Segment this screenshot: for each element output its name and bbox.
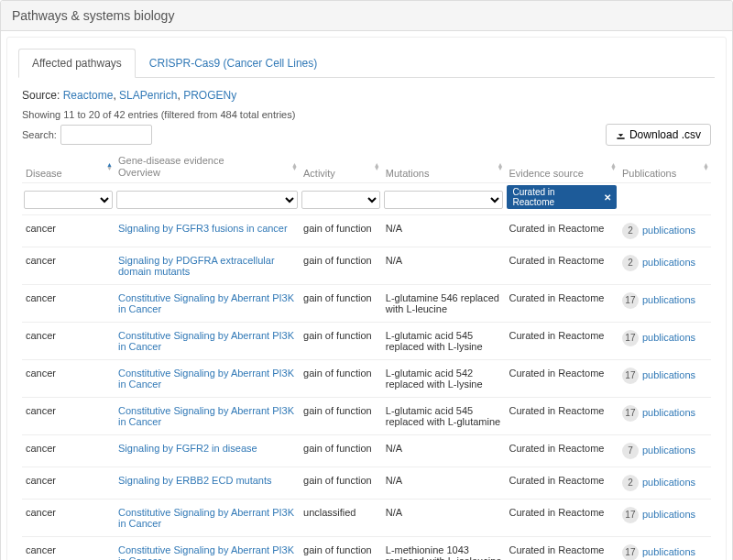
source-link-slapenrich[interactable]: SLAPenrich bbox=[119, 89, 177, 102]
overview-link[interactable]: Constitutive Signaling by Aberrant PI3K … bbox=[118, 507, 294, 529]
cell-mutations: N/A bbox=[382, 467, 506, 500]
publication-count-badge: 17 bbox=[622, 405, 639, 422]
publication-count-badge: 17 bbox=[622, 507, 639, 523]
publications-link[interactable]: publications bbox=[642, 407, 695, 418]
cell-publications: 2publications bbox=[618, 247, 711, 285]
cell-disease: cancer bbox=[22, 323, 115, 360]
cell-publications: 17publications bbox=[618, 285, 711, 323]
tab-affected-pathways[interactable]: Affected pathways bbox=[18, 49, 136, 78]
publication-count-badge: 2 bbox=[622, 223, 639, 239]
cell-mutations: N/A bbox=[382, 500, 506, 537]
cell-disease: cancer bbox=[22, 500, 115, 537]
panel-title: Pathways & systems biology bbox=[1, 1, 732, 31]
cell-disease: cancer bbox=[22, 398, 115, 435]
col-activity[interactable]: Activity ▲▼ bbox=[300, 151, 382, 183]
cell-publications: 17publications bbox=[618, 398, 711, 435]
filter-overview[interactable] bbox=[116, 191, 298, 209]
search-input[interactable] bbox=[60, 125, 152, 145]
cell-activity: gain of function bbox=[300, 247, 382, 285]
sort-icon: ▲▼ bbox=[106, 163, 113, 170]
publications-link[interactable]: publications bbox=[642, 257, 695, 268]
cell-disease: cancer bbox=[22, 435, 115, 467]
overview-link[interactable]: Signaling by PDGFRA extracellular domain… bbox=[118, 255, 275, 277]
cell-overview: Constitutive Signaling by Aberrant PI3K … bbox=[115, 537, 300, 560]
col-mutations[interactable]: Mutations ▲▼ bbox=[382, 151, 506, 183]
publications-link[interactable]: publications bbox=[642, 546, 695, 557]
source-link-reactome[interactable]: Reactome bbox=[63, 89, 114, 102]
table-row: cancerConstitutive Signaling by Aberrant… bbox=[22, 398, 711, 435]
overview-link[interactable]: Constitutive Signaling by Aberrant PI3K … bbox=[118, 330, 294, 352]
col-evidence-source[interactable]: Evidence source ▲▼ bbox=[505, 151, 618, 183]
cell-mutations: L-glutamic acid 545 replaced with L-lysi… bbox=[382, 323, 506, 360]
tab-crispr-cas9[interactable]: CRISPR-Cas9 (Cancer Cell Lines) bbox=[136, 49, 331, 78]
cell-disease: cancer bbox=[22, 360, 115, 398]
overview-link[interactable]: Constitutive Signaling by Aberrant PI3K … bbox=[118, 368, 294, 390]
col-disease[interactable]: Disease ▲▼ bbox=[22, 151, 115, 183]
publication-count-badge: 17 bbox=[622, 330, 639, 346]
cell-evidence: Curated in Reactome bbox=[505, 323, 618, 360]
cell-overview: Constitutive Signaling by Aberrant PI3K … bbox=[115, 398, 300, 435]
cell-activity: gain of function bbox=[300, 467, 382, 500]
table-row: cancerSignaling by FGFR2 in diseasegain … bbox=[22, 435, 711, 467]
cell-mutations: L-glutamic acid 545 replaced with L-glut… bbox=[382, 398, 506, 435]
filter-disease[interactable] bbox=[24, 191, 113, 209]
sort-icon: ▲▼ bbox=[374, 163, 380, 170]
overview-link[interactable]: Signaling by ERBB2 ECD mutants bbox=[118, 475, 272, 486]
cell-mutations: N/A bbox=[382, 247, 506, 285]
download-csv-button[interactable]: Download .csv bbox=[606, 124, 711, 146]
table-row: cancerConstitutive Signaling by Aberrant… bbox=[22, 500, 711, 537]
table-row: cancerSignaling by FGFR3 fusions in canc… bbox=[22, 215, 711, 247]
publication-count-badge: 17 bbox=[622, 368, 639, 384]
cell-disease: cancer bbox=[22, 537, 115, 560]
sort-icon: ▲▼ bbox=[498, 163, 504, 170]
overview-link[interactable]: Signaling by FGFR2 in disease bbox=[118, 443, 257, 454]
col-publications[interactable]: Publications ▲▼ bbox=[618, 151, 711, 183]
cell-activity: gain of function bbox=[300, 215, 382, 247]
cell-overview: Constitutive Signaling by Aberrant PI3K … bbox=[115, 323, 300, 360]
publication-count-badge: 2 bbox=[622, 475, 639, 491]
source-link-progeny[interactable]: PROGENy bbox=[183, 89, 236, 102]
sort-icon: ▲▼ bbox=[703, 163, 709, 170]
filter-evidence-label: Curated in Reactome bbox=[512, 187, 597, 207]
publications-link[interactable]: publications bbox=[642, 294, 695, 305]
search-row: Search: Download .csv bbox=[22, 124, 711, 146]
publications-link[interactable]: publications bbox=[642, 225, 695, 236]
cell-publications: 2publications bbox=[618, 215, 711, 247]
filter-mutations[interactable] bbox=[384, 191, 504, 209]
cell-disease: cancer bbox=[22, 467, 115, 500]
filter-activity[interactable] bbox=[301, 191, 380, 209]
download-icon bbox=[616, 130, 626, 140]
publications-link[interactable]: publications bbox=[642, 369, 695, 380]
cell-overview: Signaling by PDGFRA extracellular domain… bbox=[115, 247, 300, 285]
publication-count-badge: 2 bbox=[622, 255, 639, 271]
cell-evidence: Curated in Reactome bbox=[505, 247, 618, 285]
cell-overview: Constitutive Signaling by Aberrant PI3K … bbox=[115, 360, 300, 398]
col-overview[interactable]: Gene-disease evidence Overview ▲▼ bbox=[115, 151, 300, 183]
cell-disease: cancer bbox=[22, 215, 115, 247]
overview-link[interactable]: Constitutive Signaling by Aberrant PI3K … bbox=[118, 292, 294, 314]
publications-link[interactable]: publications bbox=[642, 509, 695, 520]
overview-link[interactable]: Constitutive Signaling by Aberrant PI3K … bbox=[118, 405, 294, 427]
cell-activity: gain of function bbox=[300, 285, 382, 323]
cell-activity: unclassified bbox=[300, 500, 382, 537]
cell-evidence: Curated in Reactome bbox=[505, 360, 618, 398]
source-prefix: Source: bbox=[22, 89, 63, 102]
tab-content: Source: Reactome, SLAPenrich, PROGENy Sh… bbox=[18, 78, 715, 560]
publications-link[interactable]: publications bbox=[642, 477, 695, 488]
overview-link[interactable]: Signaling by FGFR3 fusions in cancer bbox=[118, 223, 288, 234]
cell-publications: 17publications bbox=[618, 500, 711, 537]
cell-mutations: N/A bbox=[382, 215, 506, 247]
cell-overview: Constitutive Signaling by Aberrant PI3K … bbox=[115, 285, 300, 323]
cell-publications: 17publications bbox=[618, 537, 711, 560]
pathways-table: Disease ▲▼ Gene-disease evidence Overvie… bbox=[22, 151, 711, 560]
publications-link[interactable]: publications bbox=[642, 332, 695, 343]
search-label: Search: bbox=[22, 129, 57, 140]
clear-filter-icon[interactable]: ✕ bbox=[604, 192, 611, 203]
publications-link[interactable]: publications bbox=[642, 445, 695, 456]
filter-evidence-chip[interactable]: Curated in Reactome ✕ bbox=[507, 185, 616, 209]
overview-link[interactable]: Constitutive Signaling by Aberrant PI3K … bbox=[118, 544, 294, 560]
cell-overview: Signaling by FGFR3 fusions in cancer bbox=[115, 215, 300, 247]
showing-text: Showing 11 to 20 of 42 entries (filtered… bbox=[22, 109, 711, 120]
tabs: Affected pathways CRISPR-Cas9 (Cancer Ce… bbox=[18, 49, 715, 78]
cell-evidence: Curated in Reactome bbox=[505, 467, 618, 500]
